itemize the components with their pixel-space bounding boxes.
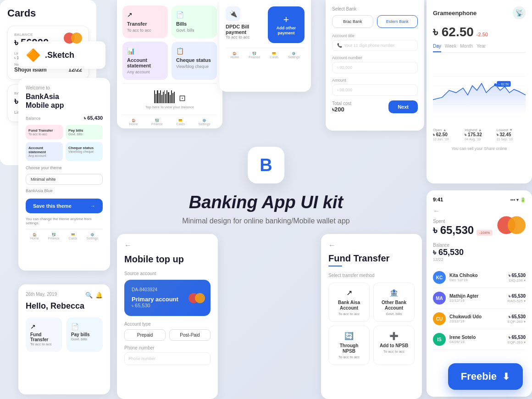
tu-prepaid-btn[interactable]: Prepaid [124, 329, 166, 341]
dpdc-info: 🔌 DPDC Bill payment To acc to acc [226, 6, 263, 39]
gp-stats: Open ▲ ৳ 62.50 12 Jun, '19 Highest ▲ ৳ 1… [433, 128, 526, 141]
ac-balance-label: Balance [433, 243, 526, 248]
tc-nav-home[interactable]: 🏠Home [129, 119, 138, 126]
ba-save-btn[interactable]: Save this theme → [26, 199, 103, 213]
hello-action-bills[interactable]: 📄 Pay bills Govt. bills [66, 317, 103, 352]
dpdc-nav-cards[interactable]: 💳Cards [270, 52, 278, 59]
gp-tabs: Day Week Month Year [433, 44, 526, 53]
dpdc-card: 🔌 DPDC Bill payment To acc to acc + Add … [219, 0, 311, 92]
gp-tab-month[interactable]: Month [460, 44, 473, 52]
ft-method-add-npsb[interactable]: ➕ Add to NPSB To acc to acc [373, 326, 415, 365]
ft-method-bank-aisa[interactable]: ↗ Bank Aisa Account To acc to acc [328, 283, 370, 322]
bs-field-title: Account title 📞 Your 11 digit phone numb… [332, 33, 418, 51]
dpdc-nav-home[interactable]: 🏠Home [231, 52, 239, 59]
tu-mastercard-logo [188, 293, 205, 303]
ba-theme-label: Choose your theme [26, 166, 103, 170]
tc-grid: ↗ Transfer To acc to acc 📄 Bills Govt. b… [122, 6, 217, 80]
dpdc-title: DPDC Bill payment [226, 24, 263, 35]
hello-actions: ↗ Fund Transfer To acc to acc 📄 Pay bill… [26, 317, 103, 352]
ba-mini-grid: Fund Transfer To acc to acc Pay bills Go… [26, 125, 103, 161]
ac-tx-2: MA Mathijn Agter 22/12/'19 ৳ 65,530 RAO-… [433, 288, 526, 309]
ba-nav-cards[interactable]: 💳Cards [69, 233, 78, 240]
bs-total-label: Total cost [332, 101, 351, 106]
download-icon: ⬇ [502, 371, 510, 382]
ac-spent-label: Spent [433, 219, 493, 224]
ft-title: Fund Transfer [328, 253, 415, 264]
tu-back-btn[interactable]: ← [124, 241, 211, 249]
ba-action-fund: Fund Transfer To acc to acc [26, 125, 63, 139]
tu-phone-input[interactable]: Phone number [124, 352, 211, 365]
gp-stat-low: Lowest ▼ ৳ 32.45 21 Sep, '19 [497, 128, 526, 141]
search-icon[interactable]: 🔍 [85, 292, 93, 299]
dpdc-nav-settings[interactable]: ⚙️Settings [288, 52, 299, 59]
bs-field-account: Account number ৳ 00,000 [332, 55, 418, 73]
tc-nav-settings[interactable]: ⚙️Settings [199, 119, 210, 126]
ac-signal-icons: ▪▪▪ ▾ 🔋 [510, 197, 526, 202]
barcode-image: ⊡ [128, 89, 211, 103]
ac-back-btn[interactable]: ← [433, 207, 526, 215]
bs-account-title-input[interactable]: 📞 Your 11 digit phone number [332, 40, 418, 51]
cc1-mastercard [64, 33, 82, 44]
ac-balance-sub: 12/22 [433, 257, 526, 262]
hello-card: 26th May, 2019 🔍 🔔 Hello, Rebecca ↗ Fund… [18, 284, 110, 394]
ac-tx-3: CU Chukwudi Udo 22/12/'19 ৳ 65,530 EQP-2… [433, 309, 526, 329]
tu-card-balance: ৳ 65,530 [132, 303, 203, 309]
barcode-section[interactable]: ⊡ Tap here to view your balance [122, 83, 217, 115]
statement-icon: 📊 [127, 47, 163, 55]
bank-select-card: Select Bank Brac Bank Estern Bank Accoun… [326, 0, 424, 131]
ba-nav-settings[interactable]: ⚙️Settings [87, 233, 98, 240]
hero-logo: B [248, 147, 284, 183]
dpdc-nav-finance[interactable]: 💱Finance [249, 52, 260, 59]
gp-tab-day[interactable]: Day [433, 44, 441, 52]
bs-account-num-input[interactable]: ৳ 00,000 [332, 62, 418, 73]
ba-action-cheque: Cheque status View/blog cheque [66, 142, 103, 161]
ft-back-btn[interactable]: ← [328, 241, 415, 249]
tu-postpaid-btn[interactable]: Post-Paid [169, 329, 211, 341]
svg-marker-4 [433, 83, 526, 114]
bank-icon: ↗ [333, 288, 365, 297]
freebie-button[interactable]: Freebie ⬇ [448, 363, 523, 390]
ac-tx4-avatar: IS [433, 333, 446, 346]
tc-statement: 📊 Account statement Any account [122, 42, 168, 80]
tu-source-card: DA-8403924 Primary account ৳ 65,530 [124, 280, 211, 316]
ac-tx-1: KC Kita Chihoko Dec '12/'19 ৳ 65,530 DIQ… [433, 267, 526, 288]
tu-source-label: Source account [124, 271, 211, 276]
arrow-right-icon: → [90, 203, 95, 209]
tu-title: Mobile top up [124, 254, 211, 265]
bs-total: Total cost ৳200 Next [332, 100, 418, 113]
gp-logo: 📡 [513, 6, 526, 19]
hello-date: 26th May, 2019 [26, 292, 57, 297]
ft-method-other-bank[interactable]: 🏦 Other Bank Account Govt. bills [373, 283, 415, 322]
ft-method-npsb[interactable]: 🔄 Through NPSB To acc to acc [328, 326, 370, 365]
bills-icon: 📄 [71, 323, 98, 330]
hello-name: Hello, Rebecca [26, 301, 103, 311]
ba-action-stmt: Account statement Any account [26, 142, 63, 161]
sketch-label: .Sketch [45, 50, 74, 60]
ac-statusbar: 9:41 ▪▪▪ ▾ 🔋 [433, 197, 526, 202]
scan-icon: ⊡ [179, 93, 186, 103]
bs-estern[interactable]: Estern Bank [377, 15, 418, 28]
bs-label: Select Bank [332, 6, 418, 11]
ft-methods: ↗ Bank Aisa Account To acc to acc 🏦 Othe… [328, 283, 415, 365]
bs-amount-input[interactable]: ৳ 00,000 [332, 84, 418, 96]
ba-theme-btn2[interactable]: BankAsia Blue [26, 188, 103, 194]
gp-tab-year[interactable]: Year [477, 44, 486, 52]
tc-nav-cards[interactable]: 💳Cards [177, 119, 185, 126]
gp-tab-week[interactable]: Week [445, 44, 456, 52]
tc-nav-finance[interactable]: 💱Finance [151, 119, 163, 126]
ba-nav-home[interactable]: 🏠Home [30, 233, 39, 240]
dpdc-icon: 🔌 [226, 6, 240, 21]
ba-balance: ৳ 65,430 [84, 115, 103, 121]
ba-theme-btn1[interactable]: Minimal white [26, 174, 103, 185]
gp-stat-open: Open ▲ ৳ 62.50 12 Jun, '19 [433, 128, 462, 141]
add-payment-btn[interactable]: + Add other payment [268, 6, 305, 43]
bs-brac[interactable]: Brac Bank [332, 15, 373, 28]
ac-transactions: KC Kita Chihoko Dec '12/'19 ৳ 65,530 DIQ… [433, 267, 526, 350]
gp-header: Grameenphone 📡 [433, 6, 526, 19]
bs-next-btn[interactable]: Next [388, 100, 418, 113]
tu-acc-type-label: Account type [124, 321, 211, 327]
ba-nav-finance[interactable]: 💱Finance [48, 233, 60, 240]
bell-icon[interactable]: 🔔 [95, 292, 103, 299]
ft-divider [328, 266, 342, 266]
hello-action-fund[interactable]: ↗ Fund Transfer To acc to acc [26, 317, 62, 352]
